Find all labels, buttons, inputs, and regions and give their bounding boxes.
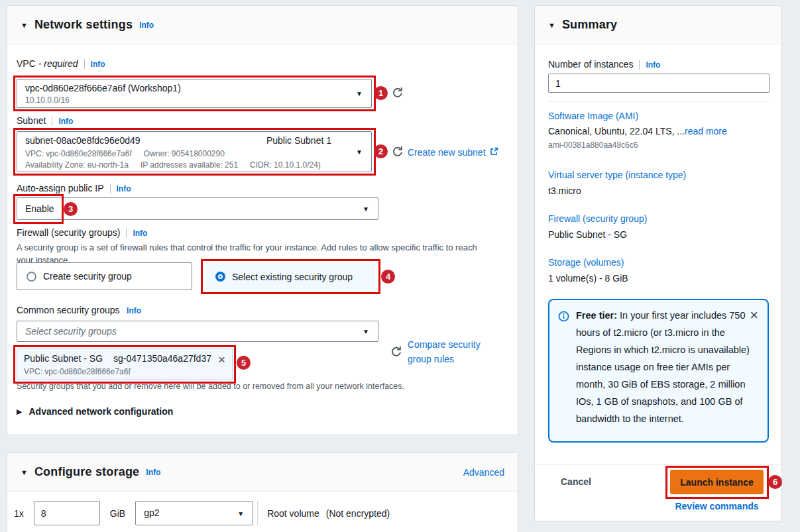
firewall-info-link[interactable]: Info [133, 229, 147, 238]
volume-type-select[interactable]: gp2 ▼ [135, 501, 253, 525]
storage-summary-label-link[interactable]: Storage (volumes) [548, 257, 624, 268]
chevron-down-icon: ▼ [21, 21, 28, 29]
firewall-summary-label-link[interactable]: Firewall (security group) [548, 213, 647, 224]
encryption-status: (Not encrypted) [326, 508, 390, 519]
subnet-select-name: Public Subnet 1 [266, 135, 331, 146]
advanced-network-configuration[interactable]: ▶ Advanced network configuration [17, 406, 173, 417]
chevron-down-icon: ▼ [548, 21, 555, 29]
instances-label-row: Number of instancesInfo [548, 58, 660, 70]
security-group-token: Public Subnet - SG sg-0471350a46a27fd37 … [17, 348, 233, 380]
create-new-subnet-label: Create new subnet [408, 147, 486, 158]
remove-token-icon[interactable]: × [218, 353, 225, 366]
configure-storage-header[interactable]: ▼ Configure storage Info Advanced [7, 453, 518, 492]
divider [52, 116, 52, 126]
annotation-badge-5: 5 [237, 356, 251, 370]
subnet-info-link[interactable]: Info [58, 117, 73, 126]
instance-type-label-link[interactable]: Virtual server type (instance type) [548, 170, 686, 180]
vpc-select[interactable]: vpc-0d860e28f666e7a6f (Workshop1) 10.10.… [17, 79, 372, 108]
common-sg-select[interactable]: Select security groups ▼ [17, 321, 378, 342]
read-more-link[interactable]: read more [685, 126, 727, 136]
storage-advanced-link[interactable]: Advanced [463, 467, 504, 478]
common-sg-info-link[interactable]: Info [127, 306, 141, 315]
review-commands-link[interactable]: Review commands [670, 501, 764, 511]
firewall-summary-value: Public Subnet - SG [548, 229, 627, 240]
token-id: sg-0471350a46a27fd37 [113, 353, 211, 364]
chevron-down-icon: ▼ [21, 468, 28, 476]
auto-assign-value: Enable [25, 203, 54, 214]
vpc-label: VPC - required [17, 58, 78, 69]
volume-unit-label: GiB [110, 508, 125, 519]
radio-off-icon[interactable] [27, 272, 36, 282]
storage-row: 1x GiB gp2 ▼ Root volume (Not encrypted) [14, 501, 390, 525]
instances-info-link[interactable]: Info [646, 60, 660, 70]
firewall-label: Firewall (security groups) [17, 227, 120, 238]
network-info-link[interactable]: Info [139, 21, 154, 30]
instances-input[interactable] [548, 74, 770, 93]
subnet-meta-row2: Availability Zone: eu-north-1a IP addres… [25, 160, 321, 170]
launch-instance-page: ▼ Network settings Info VPC - requiredIn… [0, 0, 800, 532]
free-tier-infobox: × Free tier: In your first year includes… [548, 299, 769, 443]
subnet-select[interactable]: subnet-08ac0e8fdc96e0d49 Public Subnet 1… [17, 131, 372, 172]
ami-desc-text: Canonical, Ubuntu, 22.04 LTS, ... [548, 126, 685, 136]
section-title: Network settings [34, 18, 133, 32]
common-sg-label: Common security groups [17, 305, 120, 315]
close-icon[interactable]: × [750, 308, 758, 323]
auto-assign-label: Auto-assign public IP [17, 183, 104, 193]
network-settings-card: ▼ Network settings Info VPC - requiredIn… [7, 5, 518, 435]
radio-create-security-group[interactable]: Create security group [17, 262, 192, 290]
advanced-network-label: Advanced network configuration [29, 406, 173, 417]
divider [110, 184, 111, 193]
instance-type-value: t3.micro [548, 186, 581, 196]
auto-assign-info-link[interactable]: Info [117, 184, 131, 193]
ami-label-link[interactable]: Software Image (AMI) [548, 111, 638, 121]
annotation-badge-6: 6 [768, 475, 782, 489]
vpc-label-row: VPC - requiredInfo [17, 58, 105, 70]
section-title: Configure storage [34, 465, 139, 479]
chevron-down-icon: ▼ [356, 90, 363, 97]
chevron-down-icon: ▼ [237, 509, 244, 517]
root-volume-label: Root volume [267, 508, 319, 519]
subnet-select-value: subnet-08ac0e8fdc96e0d49 [25, 135, 141, 146]
annotation-badge-4: 4 [381, 270, 395, 284]
external-link-icon [490, 146, 498, 158]
launch-instance-button[interactable]: Launch instance [670, 470, 764, 494]
chevron-right-icon: ▶ [17, 407, 22, 416]
common-sg-label-row: Common security groups Info [17, 304, 141, 316]
common-sg-placeholder: Select security groups [25, 326, 117, 337]
divider [126, 228, 127, 238]
divider [548, 101, 770, 102]
divider [257, 501, 258, 525]
vpc-select-cidr: 10.10.0.0/16 [25, 95, 70, 105]
radio-create-label: Create security group [43, 271, 132, 282]
volume-size-input[interactable] [34, 501, 100, 525]
create-new-subnet-link[interactable]: Create new subnet [408, 146, 498, 158]
divider [639, 60, 640, 70]
section-title: Summary [562, 18, 617, 32]
radio-select-existing-security-group[interactable]: Select existing security group [205, 263, 375, 290]
refresh-icon[interactable] [392, 87, 404, 101]
divider [535, 464, 781, 465]
annotation-badge-2: 2 [374, 144, 388, 158]
free-tier-text: Free tier: In your first year includes 7… [576, 307, 750, 427]
annotation-badge-1: 1 [374, 86, 388, 100]
refresh-icon[interactable] [390, 346, 402, 360]
configure-storage-card: ▼ Configure storage Info Advanced 1x GiB… [7, 452, 518, 532]
compare-security-group-rules-link[interactable]: Compare security group rules [408, 337, 490, 366]
ami-description: Canonical, Ubuntu, 22.04 LTS, ...read mo… [548, 126, 727, 136]
ami-id: ami-00381a880aa48c6c6 [548, 140, 638, 150]
network-settings-header[interactable]: ▼ Network settings Info [7, 6, 518, 44]
vpc-info-link[interactable]: Info [91, 60, 105, 69]
subnet-label: Subnet [17, 115, 46, 126]
chevron-down-icon: ▼ [363, 205, 369, 213]
refresh-icon[interactable] [392, 146, 404, 160]
cancel-button[interactable]: Cancel [561, 476, 591, 487]
firewall-label-row: Firewall (security groups)Info [17, 227, 147, 239]
vpc-select-value: vpc-0d860e28f666e7a6f (Workshop1) [25, 83, 181, 93]
summary-header[interactable]: ▼ Summary [535, 6, 781, 44]
token-name: Public Subnet - SG [24, 353, 103, 364]
divider [84, 59, 85, 69]
chevron-down-icon: ▼ [356, 148, 363, 156]
radio-on-icon[interactable] [215, 272, 225, 282]
storage-info-link[interactable]: Info [146, 468, 160, 477]
instances-label: Number of instances [548, 59, 633, 70]
